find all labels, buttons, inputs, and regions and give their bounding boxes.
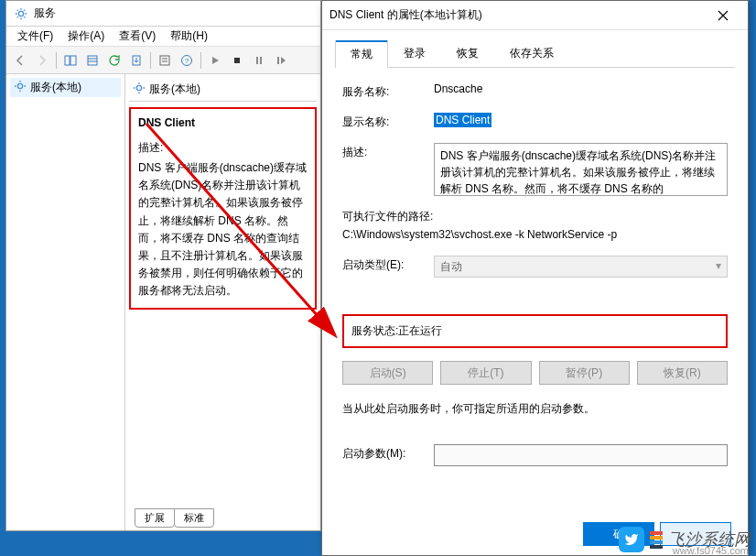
panel-header: 服务(本地) [129,78,317,102]
toolbar: ? [6,47,320,74]
status-value: 正在运行 [398,323,442,339]
service-status-highlight: 服务状态: 正在运行 [342,314,728,348]
watermark: 飞沙系统网 [619,527,751,552]
properties-icon[interactable] [155,50,175,71]
back-icon[interactable] [10,50,30,71]
tab-logon[interactable]: 登录 [388,39,441,67]
svg-rect-2 [70,56,76,65]
forward-icon[interactable] [32,50,52,71]
tab-extended[interactable]: 扩展 [135,508,175,528]
svg-rect-14 [260,57,262,64]
menu-file[interactable]: 文件(F) [10,28,60,44]
svg-point-0 [18,11,23,16]
tab-standard[interactable]: 标准 [174,508,214,528]
gear-icon [14,6,28,21]
exe-path-label: 可执行文件的路径: [342,209,728,224]
help-icon[interactable]: ? [177,50,197,71]
params-label: 启动参数(M): [342,444,434,462]
svg-rect-1 [65,56,70,65]
svg-point-17 [136,85,141,90]
service-name: DNS Client [138,116,308,129]
service-control-buttons: 启动(S) 停止(T) 暂停(P) 恢复(R) [342,361,728,385]
gear-icon [14,80,27,95]
svg-rect-3 [88,56,97,65]
display-name-label: 显示名称: [342,113,434,130]
menu-view[interactable]: 查看(V) [112,28,163,44]
menu-help[interactable]: 帮助(H) [163,28,215,44]
svg-rect-15 [277,57,279,64]
pause-icon[interactable] [249,50,269,71]
startup-type-dropdown[interactable]: 自动 [434,256,728,278]
description-box[interactable]: DNS 客户端服务(dnscache)缓存域名系统(DNS)名称并注册该计算机的… [434,143,728,196]
export-icon[interactable] [126,50,146,71]
svg-rect-7 [160,56,169,65]
tab-general[interactable]: 常规 [335,40,388,68]
tab-recovery[interactable]: 恢复 [441,39,494,67]
resume-button[interactable]: 恢复(R) [637,361,728,385]
service-detail-highlight: DNS Client 描述: DNS 客户端服务(dnscache)缓存域名系统… [129,107,317,310]
logo-bars-icon [650,531,663,549]
tree-item-local-services[interactable]: 服务(本地) [10,78,121,97]
tab-general-content: 服务名称: Dnscache 显示名称: DNS Client 描述: DNS … [335,68,735,466]
tab-dependencies[interactable]: 依存关系 [494,39,569,67]
pause-button[interactable]: 暂停(P) [539,361,630,385]
gear-icon [133,82,146,97]
panel-header-label: 服务(本地) [149,82,200,97]
service-description: DNS 客户端服务(dnscache)缓存域名系统(DNS)名称并注册该计算机的… [138,159,308,300]
startup-type-label: 启动类型(E): [342,256,434,273]
properties-dialog: DNS Client 的属性(本地计算机) 常规 登录 恢复 依存关系 服务名称… [321,0,749,556]
display-name-value[interactable]: DNS Client [434,113,491,127]
services-window: 服务 文件(F) 操作(A) 查看(V) 帮助(H) ? 服务(本地) [5,0,321,531]
services-title: 服务 [34,5,56,21]
svg-rect-12 [234,58,240,63]
menu-bar: 文件(F) 操作(A) 查看(V) 帮助(H) [6,27,320,47]
services-title-bar: 服务 [6,1,320,27]
dialog-title-bar: DNS Client 的属性(本地计算机) [322,1,748,30]
detail-panel: 服务(本地) DNS Client 描述: DNS 客户端服务(dnscache… [125,74,320,530]
detail-view-icon[interactable] [60,50,81,71]
twitter-icon [619,527,644,552]
close-button[interactable] [706,3,740,28]
desc-label: 描述: [138,140,308,156]
refresh-icon[interactable] [104,50,124,71]
service-name-label: 服务名称: [342,82,434,100]
dialog-title: DNS Client 的属性(本地计算机) [329,7,482,23]
play-icon[interactable] [205,50,225,71]
restart-icon[interactable] [271,50,291,71]
svg-text:?: ? [185,57,189,65]
service-name-value: Dnscache [434,82,728,95]
params-input[interactable] [434,444,728,466]
start-button[interactable]: 启动(S) [342,361,433,385]
tree-panel: 服务(本地) [6,74,125,530]
list-view-icon[interactable] [82,50,103,71]
bottom-tabs: 扩展 标准 [135,508,213,528]
stop-button[interactable]: 停止(T) [440,361,531,385]
exe-path-value: C:\Windows\system32\svchost.exe -k Netwo… [342,228,728,241]
tree-item-label: 服务(本地) [30,80,81,95]
tab-control: 常规 登录 恢复 依存关系 [335,39,735,68]
watermark-brand: 飞沙系统网 [668,529,751,551]
description-label: 描述: [342,143,434,160]
status-label: 服务状态: [351,323,398,339]
stop-icon[interactable] [227,50,247,71]
startup-note: 当从此处启动服务时，你可指定所适用的启动参数。 [342,401,728,417]
menu-action[interactable]: 操作(A) [60,28,112,44]
close-icon [718,10,729,21]
svg-point-16 [17,83,22,88]
svg-rect-13 [256,57,258,64]
